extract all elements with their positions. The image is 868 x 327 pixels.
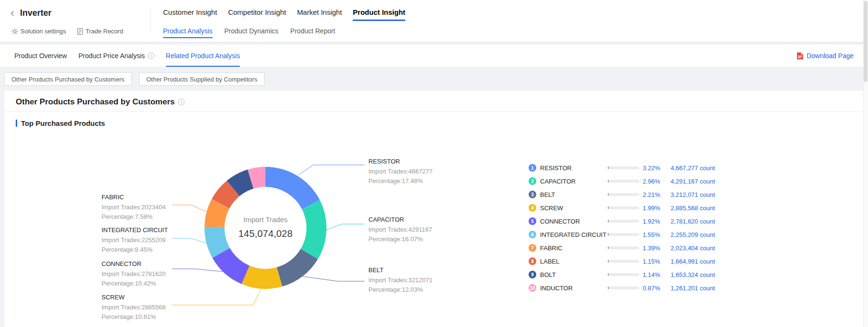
share-bar-fill xyxy=(608,166,609,169)
rank-badge: 7 xyxy=(529,244,536,252)
rank-badge: 6 xyxy=(529,231,536,238)
share-bar-fill xyxy=(608,260,609,263)
scrollbar[interactable] xyxy=(863,0,868,327)
donut-slice-capacitor[interactable] xyxy=(301,200,327,259)
callout-name: CAPACITOR xyxy=(368,215,432,224)
insight-tabs: Customer Insight Competitor Insight Mark… xyxy=(163,8,405,21)
callout-line-capacitor xyxy=(327,224,365,230)
ranking-row: 3 BELT 2.21% 3,212,071 count xyxy=(529,188,715,201)
tab-market-insight[interactable]: Market Insight xyxy=(297,8,342,21)
callout-line-screw xyxy=(172,288,262,305)
trade-count: 1,664,991 count xyxy=(660,258,715,265)
ranking-row: 4 SCREW 1.99% 2,885,568 count xyxy=(529,201,715,215)
chart-callout-resistor: RESISTOR Import Trades:4667277 Percentag… xyxy=(368,157,432,186)
page-header: ‹ Inverter Solution settings Trade Recor… xyxy=(0,0,868,42)
product-name: BOLT xyxy=(540,271,608,278)
callout-percent: Percentage:16.07% xyxy=(368,235,432,244)
ranking-row: 2 CAPACITOR 2.96% 4,291,167 count xyxy=(529,174,715,188)
product-name: FABRIC xyxy=(540,245,608,252)
filter-supplied-by-competitors-button[interactable]: Other Products Supplied by Competitors xyxy=(139,72,265,86)
chart-callout-integrated-circuit: INTEGRATED CIRCUIT Import Trades:2255209… xyxy=(102,226,168,255)
tab-product-insight[interactable]: Product Insight xyxy=(353,8,405,21)
share-bar-fill xyxy=(608,206,609,209)
callout-name: FABRIC xyxy=(102,193,165,202)
callout-name: INTEGRATED CIRCUIT xyxy=(102,226,168,235)
solution-settings-link[interactable]: Solution settings xyxy=(11,28,66,35)
rank-badge: 4 xyxy=(529,204,536,212)
rank-badge: 5 xyxy=(529,217,536,225)
callout-trades: Import Trades:2023404 xyxy=(102,203,165,212)
ranking-row: 6 INTEGRATED CIRCUIT 1.55% 2,255,209 cou… xyxy=(529,228,715,241)
trade-record-link[interactable]: Trade Record xyxy=(77,28,123,35)
subtab-product-dynamics[interactable]: Product Dynamics xyxy=(225,27,279,38)
trade-count: 2,255,209 count xyxy=(660,231,715,238)
share-percent: 3.22% xyxy=(639,164,660,172)
chart-callout-capacitor: CAPACITOR Import Trades:4291167 Percenta… xyxy=(368,215,432,244)
subtab-product-report[interactable]: Product Report xyxy=(290,27,335,38)
callout-percent: Percentage:12.03% xyxy=(368,285,432,295)
share-percent: 1.99% xyxy=(639,204,660,212)
share-bar-fill xyxy=(608,233,609,236)
purchased-products-panel: Other Products Purchased by Customers i … xyxy=(4,91,863,327)
rank-badge: 8 xyxy=(529,257,536,265)
trade-count: 2,023,404 count xyxy=(660,245,715,252)
info-icon[interactable]: i xyxy=(148,52,154,59)
chart-callout-connector: CONNECTOR Import Trades:2781620 Percenta… xyxy=(102,260,165,288)
callout-percent: Percentage:10.81% xyxy=(102,312,165,322)
product-name: RESISTOR xyxy=(540,164,608,172)
document-icon xyxy=(77,28,83,35)
tab-related-product-analysis-label: Related Product Analysis xyxy=(166,52,240,60)
ranking-row: 7 FABRIC 1.39% 2,023,404 count xyxy=(529,241,715,255)
page-title: Inverter xyxy=(20,8,51,18)
callout-line-belt xyxy=(303,276,365,281)
share-percent: 1.55% xyxy=(639,231,660,238)
share-percent: 1.39% xyxy=(639,245,660,252)
ranking-row: 5 CONNECTOR 1.92% 2,781,620 count xyxy=(529,215,715,228)
callout-line-fabric xyxy=(172,205,206,212)
trade-count: 2,781,620 count xyxy=(660,218,715,225)
ranking-row: 1 RESISTOR 3.22% 4,667,277 count xyxy=(529,161,715,174)
donut-slice-resistor[interactable] xyxy=(266,167,320,209)
tab-customer-insight[interactable]: Customer Insight xyxy=(163,8,217,21)
trade-count: 4,291,167 count xyxy=(660,178,715,185)
header-links: Solution settings Trade Record xyxy=(11,28,123,35)
callout-trades: Import Trades:4291167 xyxy=(368,225,432,235)
ranking-list: 1 RESISTOR 3.22% 4,667,277 count 2 CAPAC… xyxy=(529,161,715,295)
subtab-product-analysis[interactable]: Product Analysis xyxy=(163,27,213,38)
callout-line-connector xyxy=(172,269,225,272)
chart-callout-belt: BELT Import Trades:3212071 Percentage:12… xyxy=(368,266,432,295)
share-bar-fill xyxy=(608,286,609,289)
tab-competitor-insight[interactable]: Competitor Insight xyxy=(228,8,286,21)
callout-name: RESISTOR xyxy=(368,157,432,166)
tab-product-price-analysis[interactable]: Product Price Analysis i xyxy=(78,45,154,67)
share-bar-fill xyxy=(608,193,609,196)
tab-related-product-analysis[interactable]: Related Product Analysis xyxy=(166,45,240,67)
share-bar-fill xyxy=(608,273,609,276)
product-name: CAPACITOR xyxy=(540,178,608,185)
callout-name: SCREW xyxy=(102,293,165,302)
share-bar-fill xyxy=(608,246,609,249)
trade-count: 4,667,277 count xyxy=(660,164,715,172)
share-percent: 2.96% xyxy=(639,178,660,185)
solution-settings-label: Solution settings xyxy=(20,28,66,35)
back-chevron-icon[interactable]: ‹ xyxy=(10,7,14,19)
chart-callout-screw: SCREW Import Trades:2885568 Percentage:1… xyxy=(102,293,165,322)
product-name: SCREW xyxy=(540,204,608,212)
product-insight-subtabs: Product Analysis Product Dynamics Produc… xyxy=(163,27,335,38)
rank-badge: 9 xyxy=(529,271,536,278)
share-percent: 2.21% xyxy=(639,191,660,198)
download-page-label: Download Page xyxy=(807,52,854,60)
trade-count: 3,212,071 count xyxy=(660,191,715,198)
download-page-button[interactable]: Download Page xyxy=(797,45,854,67)
share-bar xyxy=(608,206,639,209)
share-bar xyxy=(608,246,639,249)
share-bar xyxy=(608,233,639,236)
share-percent: 1.14% xyxy=(639,271,660,278)
product-name: LABEL xyxy=(540,258,608,265)
tab-product-overview[interactable]: Product Overview xyxy=(14,45,67,67)
callout-trades: Import Trades:2781620 xyxy=(102,269,165,279)
filter-purchased-by-customers-button[interactable]: Other Products Purchased by Customers xyxy=(4,72,132,86)
share-bar xyxy=(608,220,639,223)
scrollbar-thumb[interactable] xyxy=(864,1,868,82)
callout-percent: Percentage:7.58% xyxy=(102,212,165,222)
